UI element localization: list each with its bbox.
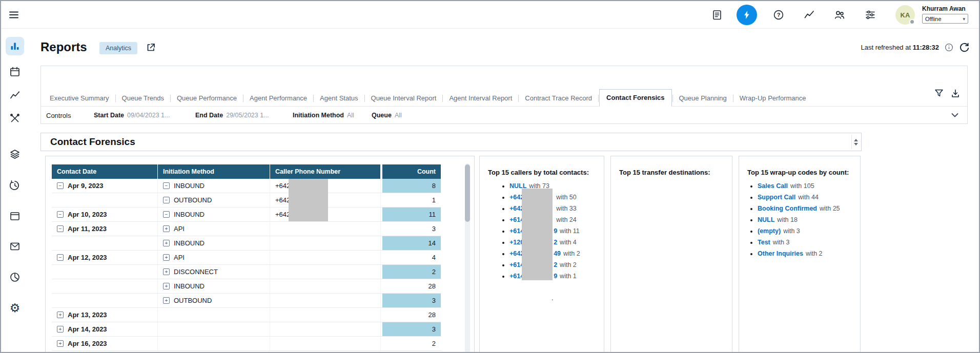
table-row[interactable]: +Apr 13, 2023 28: [52, 308, 441, 322]
collapse-toggle-icon[interactable]: −: [163, 197, 170, 203]
control-initiation-method[interactable]: Initiation Method All: [293, 107, 354, 124]
sidebar-item-calendar[interactable]: [9, 66, 21, 77]
expand-toggle-icon[interactable]: +: [163, 297, 170, 304]
column-header-count[interactable]: Count: [382, 164, 441, 179]
sidebar-item-mail[interactable]: [9, 241, 21, 252]
analytics-badge[interactable]: Analytics: [99, 42, 137, 54]
tab-divider: [518, 95, 519, 102]
expand-toggle-icon[interactable]: +: [163, 283, 170, 289]
tab-queue-planning[interactable]: Queue Planning: [673, 91, 732, 106]
control-queue[interactable]: Queue All: [372, 107, 402, 124]
expand-toggle-icon[interactable]: +: [163, 254, 170, 261]
table-row[interactable]: −Apr 10, 2023 −INBOUND +642 11: [52, 207, 441, 222]
control-start-date[interactable]: Start Date 09/04/2023 1...: [94, 107, 170, 124]
cell-contact-date: Apr 11, 2023: [68, 225, 107, 233]
spinner-down-icon[interactable]: [854, 143, 858, 146]
menu-icon[interactable]: [8, 9, 19, 20]
sidebar-item-settings[interactable]: ⚙: [10, 302, 21, 314]
tab-wrap-up-performance[interactable]: Wrap-Up Performance: [734, 91, 812, 106]
column-header-contact-date[interactable]: Contact Date: [52, 164, 158, 179]
wrapup-count-text: with 3: [773, 239, 790, 246]
status-select[interactable]: Offline ▾: [922, 14, 968, 24]
table-row[interactable]: +OUTBOUND 3: [52, 294, 441, 308]
sidebar-item-tools[interactable]: [9, 113, 21, 124]
wrapup-list: Sales Callwith 105 Support Callwith 44 B…: [739, 181, 860, 258]
table-row[interactable]: −OUTBOUND +642 1: [52, 193, 441, 207]
wrapup-link[interactable]: Sales Call: [758, 182, 788, 190]
table-row[interactable]: −Apr 12, 2023 +API 4: [52, 251, 441, 265]
tab-agent-interval-report[interactable]: Agent Interval Report: [443, 91, 518, 106]
sliders-icon[interactable]: [865, 9, 876, 20]
caller-count-text: with 33: [556, 205, 577, 212]
spinner-up-icon[interactable]: [854, 139, 858, 141]
table-row[interactable]: +Apr 14, 2023 3: [52, 322, 441, 337]
lightning-icon[interactable]: [737, 5, 757, 25]
refresh-icon[interactable]: [959, 42, 970, 53]
table-scrollbar-thumb[interactable]: [465, 164, 470, 222]
table-row[interactable]: −Apr 9, 2023 −INBOUND +642 8: [52, 179, 441, 193]
gear-icon: ⚙: [10, 302, 21, 314]
notepad-icon[interactable]: [711, 9, 723, 20]
tab-contact-forensics[interactable]: Contact Forensics: [599, 89, 671, 107]
tab-queue-performance[interactable]: Queue Performance: [171, 91, 242, 106]
sidebar-item-history[interactable]: [9, 180, 21, 191]
sidebar-item-datasets[interactable]: [9, 149, 21, 160]
column-header-caller-phone[interactable]: Caller Phone Number: [270, 164, 381, 179]
wrapup-link[interactable]: (empty): [758, 227, 781, 235]
expand-toggle-icon[interactable]: +: [163, 225, 170, 232]
sidebar-item-window[interactable]: [9, 211, 21, 222]
cell-initiation-method: INBOUND: [174, 182, 205, 190]
sidebar-item-pie[interactable]: [9, 272, 21, 283]
expand-toggle-icon[interactable]: +: [163, 240, 170, 246]
tab-agent-status[interactable]: Agent Status: [314, 91, 363, 106]
collapse-toggle-icon[interactable]: −: [163, 211, 170, 218]
report-tabs-card: Executive Summary Queue Trends Queue Per…: [40, 66, 968, 124]
tab-executive-summary[interactable]: Executive Summary: [44, 91, 115, 106]
expand-toggle-icon[interactable]: +: [57, 340, 64, 347]
wrapup-count-text: with 18: [777, 216, 798, 223]
table-scrollbar[interactable]: [465, 163, 470, 353]
info-icon[interactable]: [945, 43, 953, 52]
list-item: Support Callwith 44: [758, 193, 860, 202]
caller-count-text: with 1: [560, 273, 577, 280]
wrapup-link[interactable]: Support Call: [758, 194, 795, 201]
collapse-toggle-icon[interactable]: −: [57, 211, 64, 218]
collapse-toggle-icon[interactable]: −: [57, 225, 64, 232]
tab-queue-trends[interactable]: Queue Trends: [116, 91, 170, 106]
help-icon[interactable]: ?: [773, 9, 784, 20]
metrics-chart-icon[interactable]: [804, 9, 815, 20]
wrapup-link[interactable]: Other Inquiries: [758, 250, 803, 257]
scroll-spinner[interactable]: [851, 135, 860, 149]
wrapup-link[interactable]: Booking Confirmed: [758, 205, 817, 212]
table-row[interactable]: +DISCONNECT 2: [52, 265, 441, 279]
page-title: Reports: [40, 40, 87, 54]
collapse-toggle-icon[interactable]: −: [163, 182, 170, 189]
tab-contract-trace-record[interactable]: Contract Trace Record: [519, 91, 598, 106]
tab-divider: [442, 95, 443, 102]
expand-toggle-icon[interactable]: +: [57, 312, 64, 318]
external-link-icon[interactable]: [146, 43, 156, 53]
collapse-toggle-icon[interactable]: −: [57, 182, 64, 189]
wrapup-link[interactable]: NULL: [758, 216, 774, 223]
table-row[interactable]: +Apr 16, 2023 2: [52, 337, 441, 351]
sidebar-item-analyses[interactable]: [9, 90, 21, 101]
avatar[interactable]: KA: [895, 5, 915, 25]
table-row[interactable]: +INBOUND 14: [52, 236, 441, 251]
expand-toggle-icon[interactable]: +: [163, 268, 170, 275]
cell-caller-phone: +642: [275, 182, 290, 190]
column-header-initiation-method[interactable]: Initiation Method: [158, 164, 270, 179]
expand-toggle-icon[interactable]: +: [57, 326, 64, 333]
cell-contact-date: Apr 14, 2023: [68, 325, 107, 333]
tab-agent-performance[interactable]: Agent Performance: [244, 91, 313, 106]
control-end-date[interactable]: End Date 29/05/2023 1...: [195, 107, 269, 124]
table-row[interactable]: −Apr 11, 2023 +API 3: [52, 222, 441, 236]
top-bar: ? KA Khurram Awan Offline ▾: [1, 1, 979, 29]
pivot-table: Contact Date Initiation Method Caller Ph…: [52, 164, 441, 351]
table-row[interactable]: +INBOUND 28: [52, 279, 441, 294]
collapse-controls-chevron-icon[interactable]: [951, 111, 959, 119]
wrapup-link[interactable]: Test: [758, 239, 770, 246]
users-icon[interactable]: [834, 9, 845, 20]
collapse-toggle-icon[interactable]: −: [57, 254, 64, 261]
tab-queue-interval-report[interactable]: Queue Interval Report: [365, 91, 442, 106]
sidebar-item-dashboards[interactable]: [6, 37, 24, 55]
